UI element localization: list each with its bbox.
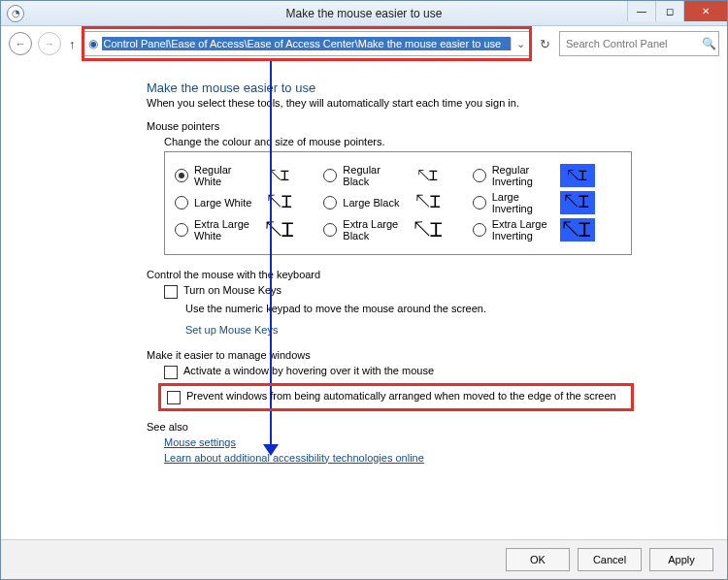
pointer-option-regular-black[interactable]: Regular Black ↖Ꮖ xyxy=(323,164,472,187)
address-dropdown[interactable]: ⌄ xyxy=(511,38,529,50)
checkbox-icon xyxy=(167,391,181,404)
apply-button[interactable]: Apply xyxy=(649,548,713,571)
mouse-settings-link[interactable]: Mouse settings xyxy=(164,436,708,448)
pointer-option-regular-inverting[interactable]: Regular Inverting ↖Ꮖ xyxy=(473,164,621,187)
pointer-option-xl-black[interactable]: Extra Large Black ↖Ꮖ xyxy=(323,218,472,242)
maximize-button[interactable]: ◻ xyxy=(655,1,683,21)
titlebar: ◔ Make the mouse easier to use — ◻ ✕ xyxy=(1,1,727,26)
mouse-keys-desc: Use the numeric keypad to move the mouse… xyxy=(185,303,708,314)
annotation-highlight-option: Prevent windows from being automatically… xyxy=(158,383,634,411)
setup-mouse-keys-link[interactable]: Set up Mouse Keys xyxy=(185,324,708,336)
radio-icon xyxy=(323,223,337,237)
pointer-option-large-white[interactable]: Large White ↖Ꮖ xyxy=(175,191,323,214)
accessibility-tech-link[interactable]: Learn about additional accessibility tec… xyxy=(164,452,708,464)
radio-icon xyxy=(473,196,486,209)
search-icon: 🔍 xyxy=(702,37,716,50)
pointer-option-xl-inverting[interactable]: Extra Large Inverting ↖Ꮖ xyxy=(473,218,621,242)
dialog-footer: OK Cancel Apply xyxy=(1,539,727,579)
address-bar[interactable]: ◉ Control Panel\Ease of Access\Ease of A… xyxy=(83,31,531,56)
refresh-button[interactable]: ↻ xyxy=(536,37,553,51)
pointer-option-large-inverting[interactable]: Large Inverting ↖Ꮖ xyxy=(473,191,621,214)
pointer-preview: ↖Ꮖ xyxy=(262,164,297,187)
pointer-option-large-black[interactable]: Large Black ↖Ꮖ xyxy=(323,191,472,214)
address-text: Control Panel\Ease of Access\Ease of Acc… xyxy=(102,37,512,50)
pointer-preview: ↖Ꮖ xyxy=(262,191,297,214)
location-icon: ◉ xyxy=(84,37,102,50)
back-button[interactable]: ← xyxy=(9,32,32,55)
control-panel-window: ◔ Make the mouse easier to use — ◻ ✕ ← →… xyxy=(0,0,728,580)
window-controls: — ◻ ✕ xyxy=(627,1,727,21)
radio-icon xyxy=(175,223,188,237)
search-box[interactable]: 🔍 xyxy=(559,31,719,56)
see-also-section: See also Mouse settings Learn about addi… xyxy=(147,421,708,464)
hover-activate-checkbox[interactable]: Activate a window by hovering over it wi… xyxy=(164,365,708,379)
page-heading: Make the mouse easier to use xyxy=(147,81,708,95)
search-input[interactable] xyxy=(564,37,702,50)
close-button[interactable]: ✕ xyxy=(683,1,727,21)
pointer-preview: ↖Ꮖ xyxy=(411,164,446,187)
content-area: Make the mouse easier to use When you se… xyxy=(1,61,727,539)
checkbox-icon xyxy=(164,285,178,299)
pointer-preview: ↖Ꮖ xyxy=(560,218,595,242)
nav-row: ← → ↑ ◉ Control Panel\Ease of Access\Eas… xyxy=(1,26,727,61)
keyboard-mouse-title: Control the mouse with the keyboard xyxy=(147,269,708,280)
up-button[interactable]: ↑ xyxy=(69,37,76,51)
radio-icon xyxy=(175,196,188,209)
cancel-button[interactable]: Cancel xyxy=(578,548,642,571)
mouse-pointers-title: Mouse pointers xyxy=(147,120,708,132)
mouse-pointers-desc: Change the colour and size of mouse poin… xyxy=(164,136,708,147)
radio-icon xyxy=(323,196,337,209)
ok-button[interactable]: OK xyxy=(506,548,570,571)
pointer-preview: ↖Ꮖ xyxy=(262,218,297,242)
prevent-auto-arrange-checkbox[interactable]: Prevent windows from being automatically… xyxy=(167,390,625,404)
radio-icon xyxy=(473,223,486,237)
pointer-option-regular-white[interactable]: Regular White ↖Ꮖ xyxy=(175,164,323,187)
ease-of-access-icon: ◔ xyxy=(7,5,24,22)
pointer-scheme-group: Regular White ↖Ꮖ Regular Black ↖Ꮖ Regula… xyxy=(164,151,632,255)
pointer-preview: ↖Ꮖ xyxy=(560,191,595,214)
pointer-preview: ↖Ꮖ xyxy=(411,218,446,242)
window-title: Make the mouse easier to use xyxy=(286,7,443,20)
manage-windows-title: Make it easier to manage windows xyxy=(147,349,708,361)
page-subline: When you select these tools, they will a… xyxy=(147,97,708,109)
see-also-title: See also xyxy=(147,421,708,433)
pointer-preview: ↖Ꮖ xyxy=(560,164,595,187)
forward-button[interactable]: → xyxy=(38,32,61,55)
radio-icon xyxy=(323,169,337,182)
pointer-preview: ↖Ꮖ xyxy=(411,191,446,214)
checkbox-icon xyxy=(164,366,178,379)
radio-icon xyxy=(175,169,188,182)
mouse-keys-checkbox[interactable]: Turn on Mouse Keys xyxy=(164,284,708,299)
minimize-button[interactable]: — xyxy=(627,1,655,21)
radio-icon xyxy=(473,169,486,182)
pointer-option-xl-white[interactable]: Extra Large White ↖Ꮖ xyxy=(175,218,323,242)
